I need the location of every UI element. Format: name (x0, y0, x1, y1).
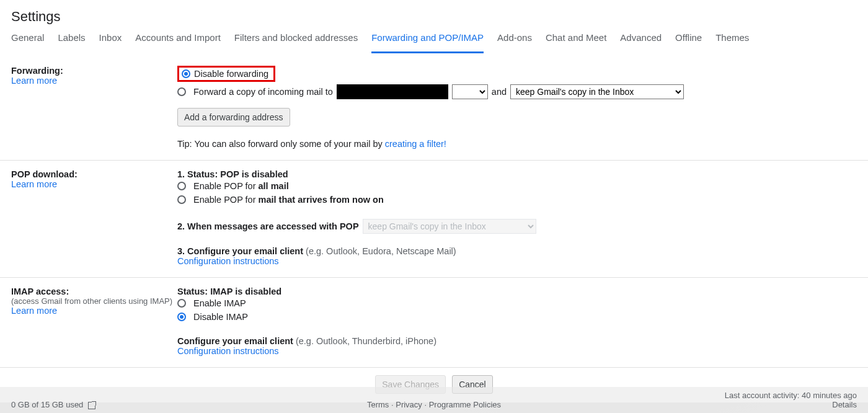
imap-configure-hint: (e.g. Outlook, Thunderbird, iPhone) (296, 336, 436, 346)
section-imap: IMAP access: (access Gmail from other cl… (0, 278, 868, 368)
imap-status-value: IMAP is disabled (210, 286, 281, 296)
disable-forwarding-highlight: Disable forwarding (177, 66, 275, 82)
tab-labels[interactable]: Labels (58, 32, 85, 51)
pop-enable-all-prefix: Enable POP for (193, 181, 259, 191)
imap-heading: IMAP access: (11, 286, 177, 296)
last-activity-text: Last account activity: 40 minutes ago (725, 391, 857, 400)
imap-disable-label: Disable IMAP (193, 312, 248, 322)
pop-enable-now-prefix: Enable POP for (193, 195, 259, 205)
forward-copy-label: Forward a copy of incoming mail to (193, 87, 333, 97)
pop-when-accessed-label: 2. When messages are accessed with POP (177, 221, 359, 231)
settings-panel: Settings GeneralLabelsInboxAccounts and … (0, 0, 868, 402)
add-forwarding-address-button[interactable]: Add a forwarding address (177, 108, 290, 127)
privacy-link[interactable]: Privacy (396, 400, 422, 409)
pop-configure-prefix: 3. Configure your email client (177, 246, 306, 256)
disable-forwarding-label: Disable forwarding (194, 69, 268, 79)
tab-general[interactable]: General (11, 32, 44, 51)
pop-enable-now-radio[interactable] (177, 195, 186, 204)
pop-status-prefix: 1. Status: (177, 169, 220, 179)
forward-address-redacted (337, 84, 448, 99)
disable-forwarding-radio[interactable] (182, 69, 190, 78)
pop-learn-more-link[interactable]: Learn more (11, 179, 57, 189)
tab-filters-and-blocked-addresses[interactable]: Filters and blocked addresses (234, 32, 358, 51)
pop-configure-hint: (e.g. Outlook, Eudora, Netscape Mail) (306, 246, 456, 256)
forward-address-select[interactable] (452, 84, 488, 99)
tab-inbox[interactable]: Inbox (99, 32, 122, 51)
imap-enable-label: Enable IMAP (193, 298, 246, 308)
terms-link[interactable]: Terms (367, 400, 389, 409)
page-title: Settings (0, 0, 868, 32)
forwarding-learn-more-link[interactable]: Learn more (11, 76, 57, 86)
tab-add-ons[interactable]: Add-ons (497, 32, 532, 51)
details-link[interactable]: Details (832, 400, 857, 409)
imap-status-prefix: Status: (177, 286, 210, 296)
imap-enable-radio[interactable] (177, 299, 186, 308)
imap-configure-prefix: Configure your email client (177, 336, 296, 346)
pop-action-select: keep Gmail's copy in the Inbox (363, 219, 536, 234)
forwarding-heading: Forwarding: (11, 66, 177, 76)
tab-chat-and-meet[interactable]: Chat and Meet (546, 32, 606, 51)
imap-learn-more-link[interactable]: Learn more (11, 306, 57, 316)
create-filter-link[interactable]: creating a filter! (385, 139, 446, 149)
tab-accounts-and-import[interactable]: Accounts and Import (135, 32, 221, 51)
pop-config-instructions-link[interactable]: Configuration instructions (177, 256, 279, 266)
and-label: and (492, 87, 507, 97)
storage-usage: 0 GB of 15 GB used (11, 400, 95, 409)
imap-config-instructions-link[interactable]: Configuration instructions (177, 346, 279, 356)
tab-forwarding-and-pop-imap[interactable]: Forwarding and POP/IMAP (371, 32, 484, 53)
section-pop: POP download: Learn more 1. Status: POP … (0, 161, 868, 278)
forwarding-tip-text: Tip: You can also forward only some of y… (177, 139, 385, 149)
forward-copy-radio[interactable] (177, 87, 186, 96)
pop-enable-now-bold: mail that arrives from now on (259, 195, 384, 205)
pop-enable-all-bold: all mail (259, 181, 289, 191)
settings-tabs: GeneralLabelsInboxAccounts and ImportFil… (0, 32, 868, 57)
tab-themes[interactable]: Themes (715, 32, 749, 51)
imap-disable-radio[interactable] (177, 313, 186, 321)
footer-links: Terms · Privacy · Programme Policies (367, 400, 501, 409)
tab-advanced[interactable]: Advanced (620, 32, 662, 51)
forward-action-select[interactable]: keep Gmail's copy in the Inbox (510, 84, 684, 99)
programme-policies-link[interactable]: Programme Policies (429, 400, 501, 409)
open-in-new-icon[interactable] (88, 402, 95, 409)
tab-offline[interactable]: Offline (675, 32, 702, 51)
section-forwarding: Forwarding: Learn more Disable forwardin… (0, 57, 868, 161)
imap-sub: (access Gmail from other clients using I… (11, 296, 177, 306)
pop-heading: POP download: (11, 169, 177, 179)
pop-enable-all-radio[interactable] (177, 182, 186, 190)
footer-activity: Last account activity: 40 minutes ago De… (725, 391, 857, 409)
footer: 0 GB of 15 GB used Terms · Privacy · Pro… (0, 387, 868, 413)
pop-status-value: POP is disabled (220, 169, 288, 179)
